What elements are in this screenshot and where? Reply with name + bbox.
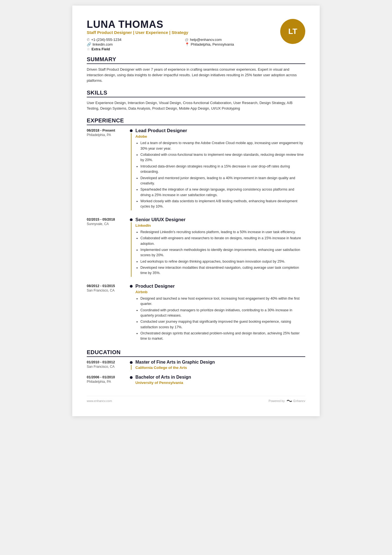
skills-text: User Experience Design, Interaction Desi…: [87, 100, 305, 111]
enhancv-logomark: [286, 399, 292, 403]
bullet-item: Led a team of designers to revamp the Ad…: [140, 140, 305, 151]
edu-dates: 01/2010 - 01/2012 San Francisco, CA: [87, 360, 127, 370]
footer-website: www.enhancv.com: [87, 399, 112, 403]
school-name: California College of the Arts: [135, 366, 305, 370]
bullet-item: Spearheaded the integration of a new des…: [140, 187, 305, 198]
star-icon: ☆: [87, 47, 90, 51]
footer-powered: Powered by Enhancv: [269, 399, 305, 403]
edu-timeline: [127, 360, 135, 370]
bullet-item: Developed and mentored junior designers,…: [140, 176, 305, 186]
contact-linkedin[interactable]: 🔗 linkedin.com: [87, 42, 177, 46]
exp-content: Senior UI/UX Designer LinkedIn Redesigne…: [135, 217, 305, 277]
experience-title: EXPERIENCE: [87, 117, 305, 125]
company-name: Airbnb: [135, 290, 305, 294]
location-icon: 📍: [185, 42, 189, 46]
enhancv-logo: Enhancv: [286, 399, 305, 403]
contact-phone: ✆ +1-(234)-555-1234: [87, 38, 177, 42]
edu-content: Bachelor of Arts in Design University of…: [135, 375, 305, 385]
bullet-item: Designed and launched a new host experie…: [140, 296, 305, 307]
timeline-line: [131, 133, 132, 210]
exp-content: Lead Product Designer Adobe Led a team o…: [135, 128, 305, 210]
education-row: 01/2006 - 01/2010 Philadelphia, PA Bache…: [87, 375, 305, 385]
education-title: EDUCATION: [87, 349, 305, 357]
exp-dates: 08/2012 - 01/2015 San Francisco, CA: [87, 283, 127, 342]
company-name: Adobe: [135, 134, 305, 139]
timeline-dot: [130, 376, 133, 379]
experience-row: 06/2018 - Present Philadelphia, PA Lead …: [87, 128, 305, 210]
exp-date-range: 06/2018 - Present: [87, 129, 115, 132]
exp-dates: 06/2018 - Present Philadelphia, PA: [87, 128, 127, 210]
contact-extra: ☆ Extra Field: [87, 47, 177, 51]
contact-grid: ✆ +1-(234)-555-1234 @ help@enhancv.com 🔗…: [87, 38, 275, 51]
degree-title: Bachelor of Arts in Design: [135, 375, 305, 380]
resume-page: LUNA THOMAS Staff Product Designer | Use…: [72, 6, 320, 416]
edu-location: San Francisco, CA: [87, 365, 127, 369]
linkedin-icon: 🔗: [87, 42, 91, 46]
header-section: LUNA THOMAS Staff Product Designer | Use…: [87, 19, 305, 51]
edu-timeline: [127, 375, 135, 385]
job-title: Product Designer: [135, 283, 305, 289]
phone-icon: ✆: [87, 38, 90, 42]
exp-timeline: [127, 283, 135, 342]
header-left: LUNA THOMAS Staff Product Designer | Use…: [87, 19, 275, 51]
edu-date-range: 01/2006 - 01/2010: [87, 375, 115, 379]
experience-row: 02/2015 - 05/2018 Sunnyvale, CA Senior U…: [87, 217, 305, 277]
exp-timeline: [127, 217, 135, 277]
edu-location: Philadelphia, PA: [87, 380, 127, 384]
exp-location: San Francisco, CA: [87, 288, 127, 292]
exp-date-range: 02/2015 - 05/2018: [87, 218, 115, 221]
exp-content: Product Designer Airbnb Designed and lau…: [135, 283, 305, 342]
experience-section: EXPERIENCE 06/2018 - Present Philadelphi…: [87, 117, 305, 342]
timeline-dot: [130, 129, 133, 132]
job-bullets: Designed and launched a new host experie…: [135, 296, 305, 342]
bullet-item: Collaborated with engineers and research…: [140, 236, 305, 246]
job-title: Senior UI/UX Designer: [135, 217, 305, 223]
bullet-item: Collaborated with cross-functional teams…: [140, 152, 305, 163]
bullet-item: Orchestrated design sprints that acceler…: [140, 331, 305, 342]
avatar: LT: [280, 19, 305, 44]
bullet-item: Led workshops to refine design thinking …: [140, 259, 305, 264]
job-title: Lead Product Designer: [135, 128, 305, 134]
summary-text: Driven Staff Product Designer with over …: [87, 67, 305, 83]
footer: www.enhancv.com Powered by Enhancv: [87, 396, 305, 403]
timeline-dot: [130, 361, 133, 364]
edu-date-range: 01/2010 - 01/2012: [87, 360, 115, 364]
bullet-item: Implemented user research methodologies …: [140, 247, 305, 258]
candidate-name: LUNA THOMAS: [87, 19, 275, 30]
bullet-item: Redesigned LinkedIn's recruiting solutio…: [140, 230, 305, 235]
edu-dates: 01/2006 - 01/2010 Philadelphia, PA: [87, 375, 127, 385]
job-bullets: Led a team of designers to revamp the Ad…: [135, 140, 305, 209]
contact-location: 📍 Philadelphia, Pennsylvania: [185, 42, 275, 46]
job-bullets: Redesigned LinkedIn's recruiting solutio…: [135, 230, 305, 276]
education-rows: 01/2010 - 01/2012 San Francisco, CA Mast…: [87, 360, 305, 385]
contact-email: @ help@enhancv.com: [185, 38, 275, 42]
timeline-dot: [130, 285, 133, 288]
degree-title: Master of Fine Arts in Graphic Design: [135, 360, 305, 365]
skills-title: SKILLS: [87, 90, 305, 97]
timeline-line: [131, 222, 132, 277]
bullet-item: Conducted user journey mapping that sign…: [140, 319, 305, 330]
timeline-dot: [130, 218, 133, 221]
exp-timeline: [127, 128, 135, 210]
bullet-item: Coordinated with product managers to pri…: [140, 308, 305, 319]
exp-dates: 02/2015 - 05/2018 Sunnyvale, CA: [87, 217, 127, 277]
school-name: University of Pennsylvania: [135, 381, 305, 385]
timeline-line: [131, 365, 132, 370]
education-section: EDUCATION 01/2010 - 01/2012 San Francisc…: [87, 349, 305, 385]
skills-section: SKILLS User Experience Design, Interacti…: [87, 90, 305, 111]
bullet-item: Developed new interaction modalities tha…: [140, 265, 305, 276]
experience-rows: 06/2018 - Present Philadelphia, PA Lead …: [87, 128, 305, 342]
exp-date-range: 08/2012 - 01/2015: [87, 284, 115, 288]
company-name: LinkedIn: [135, 223, 305, 228]
edu-content: Master of Fine Arts in Graphic Design Ca…: [135, 360, 305, 370]
experience-row: 08/2012 - 01/2015 San Francisco, CA Prod…: [87, 283, 305, 342]
exp-location: Sunnyvale, CA: [87, 222, 127, 226]
bullet-item: Introduced data-driven design strategies…: [140, 164, 305, 175]
exp-location: Philadelphia, PA: [87, 133, 127, 137]
bullet-item: Worked closely with data scientists to i…: [140, 199, 305, 209]
summary-section: SUMMARY Driven Staff Product Designer wi…: [87, 56, 305, 83]
education-row: 01/2010 - 01/2012 San Francisco, CA Mast…: [87, 360, 305, 370]
summary-title: SUMMARY: [87, 56, 305, 64]
email-icon: @: [185, 38, 188, 42]
candidate-title: Staff Product Designer | User Experience…: [87, 30, 275, 35]
